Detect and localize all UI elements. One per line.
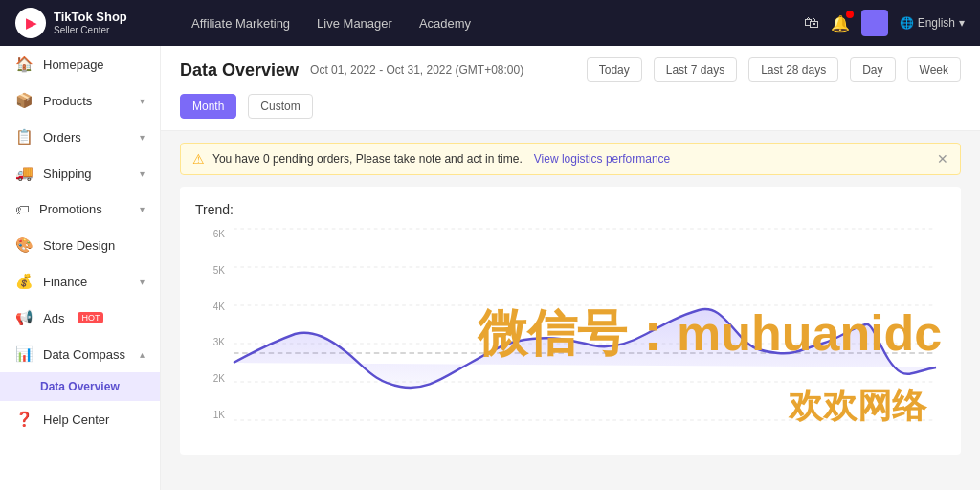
chevron-down-icon: ▾ (959, 16, 965, 30)
nav-affiliate-marketing[interactable]: Affiliate Marketing (191, 16, 290, 31)
chevron-down-icon: ▾ (140, 277, 145, 287)
nav-live-manager[interactable]: Live Manager (317, 16, 392, 31)
hot-badge: HOT (78, 312, 103, 323)
content-header: Data Overview Oct 01, 2022 - Oct 31, 202… (161, 46, 980, 131)
page-title: Data Overview (180, 60, 299, 80)
sidebar-item-help-center[interactable]: ❓ Help Center (0, 401, 160, 437)
orders-icon: 📋 (15, 128, 33, 145)
btn-month[interactable]: Month (180, 94, 236, 119)
y-label-3k: 3K (213, 337, 225, 347)
chevron-up-icon: ▴ (140, 349, 145, 360)
chevron-down-icon: ▾ (140, 96, 145, 106)
y-label-6k: 6K (213, 229, 225, 239)
sidebar-item-store-design[interactable]: 🎨 Store Design (0, 227, 160, 263)
sidebar-item-promotions[interactable]: 🏷 Promotions ▾ (0, 191, 160, 227)
nav-links: Affiliate Marketing Live Manager Academy (191, 16, 781, 31)
btn-last28[interactable]: Last 28 days (748, 57, 838, 82)
btn-today[interactable]: Today (587, 57, 642, 82)
y-label-4k: 4K (213, 301, 225, 312)
products-icon: 📦 (15, 92, 33, 109)
notification-badge (846, 11, 854, 18)
sidebar: 🏠 Homepage 📦 Products ▾ 📋 Orders ▾ 🚚 Shi… (0, 46, 161, 490)
chevron-down-icon: ▾ (140, 132, 145, 143)
alert-banner: ⚠ You have 0 pending orders, Please take… (180, 143, 961, 175)
logo-text: TikTok Shop Seller Center (54, 10, 127, 36)
alert-message: You have 0 pending orders, Please take n… (212, 152, 523, 166)
date-range: Oct 01, 2022 - Oct 31, 2022 (GMT+08:00) (310, 63, 523, 77)
sidebar-item-data-compass[interactable]: 📊 Data Compass ▴ (0, 336, 160, 372)
btn-day[interactable]: Day (850, 57, 895, 82)
chart-plot (234, 229, 936, 420)
alert-close-button[interactable]: ✕ (937, 151, 948, 167)
promotions-icon: 🏷 (15, 201, 30, 217)
ads-icon: 📢 (15, 309, 33, 326)
sidebar-item-data-overview[interactable]: Data Overview (0, 372, 160, 401)
y-axis: 6K 5K 4K 3K 2K 1K (195, 229, 229, 420)
main-content: Data Overview Oct 01, 2022 - Oct 31, 202… (161, 46, 980, 490)
alert-link[interactable]: View logistics performance (534, 152, 671, 166)
chevron-down-icon: ▾ (140, 168, 145, 179)
y-label-5k: 5K (213, 265, 225, 276)
sidebar-item-orders[interactable]: 📋 Orders ▾ (0, 119, 160, 155)
logo-icon: ▶ (15, 8, 46, 38)
warning-icon: ⚠ (192, 151, 205, 167)
sidebar-item-homepage[interactable]: 🏠 Homepage (0, 46, 160, 82)
user-avatar[interactable] (861, 10, 888, 36)
language-selector[interactable]: 🌐 English ▾ (900, 16, 965, 30)
nav-right: 🛍 🔔 🌐 English ▾ (804, 10, 965, 36)
sidebar-item-finance[interactable]: 💰 Finance ▾ (0, 263, 160, 300)
btn-week[interactable]: Week (907, 57, 961, 82)
trend-chart (234, 229, 936, 420)
chart-container: 微信号：muhuanidc 欢欢网络 6K 5K 4K 3K 2K 1K (195, 229, 946, 439)
sidebar-item-products[interactable]: 📦 Products ▾ (0, 82, 160, 119)
btn-last7[interactable]: Last 7 days (654, 57, 737, 82)
shipping-icon: 🚚 (15, 165, 33, 182)
shop-icon[interactable]: 🛍 (804, 14, 819, 32)
nav-academy[interactable]: Academy (419, 16, 471, 31)
y-label-2k: 2K (213, 373, 225, 384)
home-icon: 🏠 (15, 56, 33, 73)
data-compass-icon: 📊 (15, 345, 33, 363)
globe-icon: 🌐 (900, 16, 914, 30)
sidebar-item-ads[interactable]: 📢 Ads HOT (0, 300, 160, 336)
help-icon: ❓ (15, 411, 33, 428)
sidebar-item-shipping[interactable]: 🚚 Shipping ▾ (0, 155, 160, 191)
chart-section: Trend: 微信号：muhuanidc 欢欢网络 6K 5K 4K 3K 2K… (180, 187, 961, 455)
store-design-icon: 🎨 (15, 236, 33, 254)
notification-icon[interactable]: 🔔 (831, 14, 850, 33)
top-navigation: ▶ TikTok Shop Seller Center Affiliate Ma… (0, 0, 980, 46)
chevron-down-icon: ▾ (140, 204, 145, 214)
data-compass-submenu: Data Overview (0, 372, 160, 401)
chart-title: Trend: (195, 202, 946, 217)
btn-custom[interactable]: Custom (248, 94, 312, 119)
page-layout: 🏠 Homepage 📦 Products ▾ 📋 Orders ▾ 🚚 Shi… (0, 46, 980, 490)
y-label-1k: 1K (213, 410, 225, 420)
finance-icon: 💰 (15, 273, 33, 290)
logo[interactable]: ▶ TikTok Shop Seller Center (15, 8, 168, 38)
